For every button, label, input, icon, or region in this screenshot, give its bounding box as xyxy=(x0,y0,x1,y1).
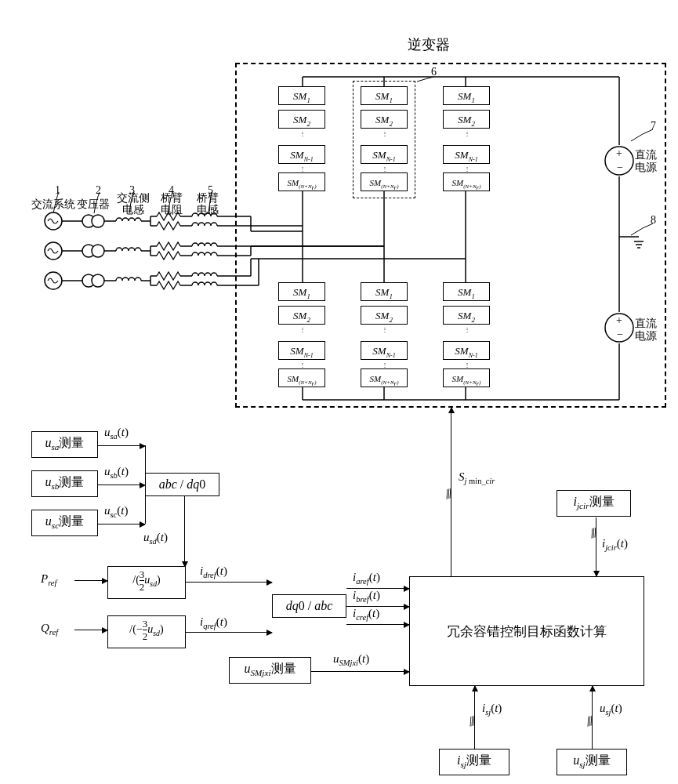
label-dc-source-2: 直流电源 xyxy=(635,318,666,343)
sm-module: SM(N+Nr) xyxy=(278,172,325,191)
label-transformer: 变压器 xyxy=(77,198,116,212)
icref-label: icref(t) xyxy=(353,607,379,622)
sjmin-label: Sj min_cir xyxy=(459,470,495,485)
idref-label: idref(t) xyxy=(200,564,227,579)
sm-module: SM2 xyxy=(278,306,325,325)
sm-module: SMN-1 xyxy=(278,145,325,164)
label-ac-system: 交流系统 xyxy=(30,198,77,212)
sm-module: SMN-1 xyxy=(278,341,325,360)
label-arm-inductor: 桥臂电感 xyxy=(192,192,223,216)
svg-point-30 xyxy=(45,272,62,289)
sm-module: SM2 xyxy=(361,110,408,129)
callout-1: 1 xyxy=(55,184,60,197)
usa-measure-box: usa测量 xyxy=(31,431,98,458)
usmjxi-measure-box: uSMjxi测量 xyxy=(229,657,311,684)
usmjxi-t-label: uSMjxi(t) xyxy=(333,652,369,667)
label-dc-source-1: 直流电源 xyxy=(635,149,666,174)
label-ac-inductor: 交流侧电感 xyxy=(114,192,153,216)
svg-point-28 xyxy=(45,212,62,230)
callout-8: 8 xyxy=(651,214,656,227)
dq0-abc-box: dq0 / abc xyxy=(272,594,346,618)
svg-point-36 xyxy=(92,274,104,287)
sm-module: SM1 xyxy=(361,86,408,105)
label-arm-resistor: 桥臂电阻 xyxy=(156,192,187,216)
callout-7: 7 xyxy=(651,120,656,132)
sm-module: SM2 xyxy=(361,306,408,325)
objective-function-box: 冗余容错控制目标函数计算 xyxy=(409,576,644,686)
sm-module: SMN-1 xyxy=(443,145,490,164)
sm-module: SM2 xyxy=(443,306,490,325)
sm-module: SMN-1 xyxy=(361,145,408,164)
callout-6: 6 xyxy=(431,66,437,78)
sm-module: SM(N+Nr) xyxy=(361,368,408,387)
sm-module: SM(N+Nr) xyxy=(443,172,490,191)
usa-t-label: usa(t) xyxy=(104,426,129,441)
sm-module: SM(N+Nr) xyxy=(361,172,408,191)
usj-t-label: usj(t) xyxy=(600,702,622,717)
svg-point-35 xyxy=(82,274,95,287)
svg-point-33 xyxy=(82,245,95,257)
ijcir-measure-box: ijcir测量 xyxy=(557,490,631,517)
usj-measure-box: usj测量 xyxy=(557,749,627,775)
sm-module: SM1 xyxy=(278,86,325,105)
callout-2: 2 xyxy=(96,184,101,197)
usb-measure-box: usb测量 xyxy=(31,470,98,497)
isj-t-label: isj(t) xyxy=(482,702,502,717)
iaref-label: iaref(t) xyxy=(353,571,380,586)
svg-point-31 xyxy=(82,215,95,227)
sm-module: SM1 xyxy=(278,282,325,301)
svg-point-29 xyxy=(45,242,62,260)
qref-label: Qref xyxy=(41,622,58,637)
usd-t-label: usd(t) xyxy=(143,531,168,546)
div-pref-box: /(32usd) xyxy=(107,566,186,599)
sm-module: SMN-1 xyxy=(361,341,408,360)
sm-module: SM2 xyxy=(278,110,325,129)
ibref-label: ibref(t) xyxy=(353,589,380,604)
sm-module: SM(N+Nr) xyxy=(443,368,490,387)
isj-measure-box: isj测量 xyxy=(439,749,509,775)
svg-point-32 xyxy=(92,215,104,227)
inverter-title: 逆变器 xyxy=(408,35,450,54)
sm-module: SM1 xyxy=(443,282,490,301)
sm-module: SMN-1 xyxy=(443,341,490,360)
usc-measure-box: usc测量 xyxy=(31,510,98,536)
ijcir-t-label: ijcir(t) xyxy=(602,537,628,552)
abc-dq0-box: abc / dq0 xyxy=(145,473,219,496)
iqref-label: iqref(t) xyxy=(200,615,227,630)
usc-t-label: usc(t) xyxy=(104,504,128,519)
div-qref-box: /(−32usd) xyxy=(107,615,186,648)
sm-module: SM1 xyxy=(361,282,408,301)
sm-module: SM1 xyxy=(443,86,490,105)
sm-module: SM(N+Nr) xyxy=(278,368,325,387)
usb-t-label: usb(t) xyxy=(104,465,129,480)
svg-point-34 xyxy=(92,245,104,257)
pref-label: Pref xyxy=(41,572,56,587)
sm-module: SM2 xyxy=(443,110,490,129)
